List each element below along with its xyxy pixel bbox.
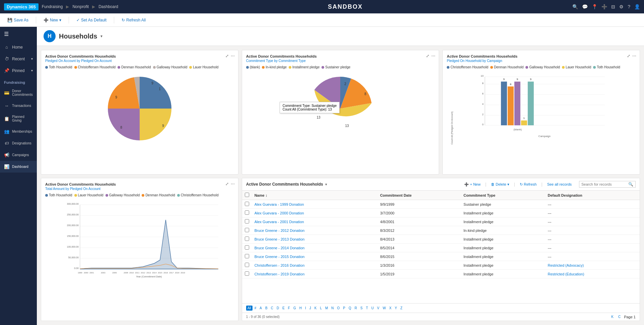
alpha-btn-all[interactable]: All xyxy=(246,306,253,311)
row-name-link[interactable]: Alex Guevara - 1999 Donation xyxy=(255,202,304,206)
th-commitment-type[interactable]: Commitment Type xyxy=(461,191,545,200)
alpha-btn-i[interactable]: I xyxy=(304,306,307,311)
set-as-default-button[interactable]: ✓ Set As Default xyxy=(74,16,109,24)
filter-icon[interactable]: ⊟ xyxy=(611,4,615,9)
bar3-galloway[interactable] xyxy=(514,82,520,126)
settings-icon[interactable]: ⚙ xyxy=(619,4,624,9)
sidebar-item-donor-commitments[interactable]: 💳 Donor Commitments xyxy=(0,86,37,100)
alpha-btn-o[interactable]: O xyxy=(336,306,341,311)
alpha-btn-f[interactable]: F xyxy=(287,306,291,311)
sidebar-item-campaigns[interactable]: 📢 Campaigns xyxy=(0,149,37,161)
sidebar-item-dashboard[interactable]: 📊 Dashboard xyxy=(0,161,37,173)
row-checkbox[interactable] xyxy=(245,245,249,250)
nav-module[interactable]: Fundraising xyxy=(42,4,63,9)
row-name-link[interactable]: Alex Guevara - 2001 Donation xyxy=(255,220,304,224)
row-checkbox[interactable] xyxy=(245,202,249,206)
list-search-input[interactable] xyxy=(581,182,628,186)
row-checkbox[interactable] xyxy=(245,263,249,267)
slice-lauer[interactable] xyxy=(140,109,171,140)
chart2-expand-icon[interactable]: ⤢ xyxy=(426,54,429,58)
user-icon[interactable]: 👤 xyxy=(634,4,640,9)
alpha-btn-q[interactable]: Q xyxy=(347,306,353,311)
th-designation[interactable]: Default Designation xyxy=(545,191,640,200)
row-name-link[interactable]: Alex Guevara - 2000 Donation xyxy=(255,211,304,215)
select-all-checkbox[interactable] xyxy=(245,193,249,197)
hamburger-button[interactable]: ☰ xyxy=(0,27,37,41)
chart4-expand-icon[interactable]: ⤢ xyxy=(225,182,229,186)
row-checkbox[interactable] xyxy=(245,237,249,241)
slice-christoffersen[interactable] xyxy=(108,77,140,109)
alpha-btn-h[interactable]: H xyxy=(298,306,303,311)
list-see-all-button[interactable]: See all records xyxy=(545,181,574,187)
row-name-link[interactable]: Bruce Greene - 2014 Donation xyxy=(255,246,305,250)
chart1-more-icon[interactable]: ⋯ xyxy=(231,54,235,58)
alpha-btn-t[interactable]: T xyxy=(365,306,369,311)
alpha-btn-u[interactable]: U xyxy=(370,306,375,311)
row-checkbox[interactable] xyxy=(245,210,249,215)
save-as-button[interactable]: 💾 Save As xyxy=(5,16,30,24)
alpha-btn-s[interactable]: S xyxy=(359,306,364,311)
chat-icon[interactable]: 💬 xyxy=(582,4,588,9)
row-designation-link[interactable]: Restricted (Education) xyxy=(548,272,584,276)
prev-btn[interactable]: C xyxy=(617,314,622,319)
sidebar-item-planned-giving[interactable]: 📋 Planned Giving xyxy=(0,112,37,126)
slice-toth[interactable] xyxy=(140,77,171,109)
alpha-btn-l[interactable]: L xyxy=(318,306,323,311)
location-icon[interactable]: 📍 xyxy=(592,4,597,9)
chart2-more-icon[interactable]: ⋯ xyxy=(431,54,435,58)
row-checkbox[interactable] xyxy=(245,271,249,276)
row-checkbox[interactable] xyxy=(245,228,249,232)
app-logo[interactable]: Dynamics 365 xyxy=(4,3,39,10)
bar3-denman[interactable] xyxy=(508,86,514,125)
list-refresh-button[interactable]: ↻ Refresh xyxy=(518,181,539,188)
chart4-more-icon[interactable]: ⋯ xyxy=(231,182,235,186)
row-checkbox[interactable] xyxy=(245,219,249,223)
alpha-btn-b[interactable]: B xyxy=(264,306,269,311)
sidebar-item-recent[interactable]: ⏱ Recent ▾ xyxy=(0,53,37,65)
bar3-lauer[interactable] xyxy=(521,121,527,126)
bar3-toth[interactable] xyxy=(528,82,534,126)
alpha-btn-x[interactable]: X xyxy=(388,306,393,311)
add-icon[interactable]: ➕ xyxy=(601,4,607,9)
list-chevron[interactable]: ▾ xyxy=(325,182,327,187)
row-name-link[interactable]: Bruce Greene - 2015 Donation xyxy=(255,255,305,259)
list-delete-button[interactable]: 🗑 Delete ▾ xyxy=(489,181,511,188)
slice-denman[interactable] xyxy=(108,109,140,140)
row-name-link[interactable]: Christoffersen - 2016 Donation xyxy=(255,263,305,267)
alpha-btn-p[interactable]: P xyxy=(342,306,347,311)
alpha-btn-d[interactable]: D xyxy=(275,306,280,311)
chart3-expand-icon[interactable]: ⤢ xyxy=(627,54,630,58)
sidebar-item-transactions[interactable]: ↔ Transactions xyxy=(0,100,37,112)
row-name-link[interactable]: Bruce Greene - 2012 Donation xyxy=(255,229,305,233)
chart3-more-icon[interactable]: ⋯ xyxy=(632,54,636,58)
sidebar-item-pinned[interactable]: 📌 Pinned ▾ xyxy=(0,65,37,76)
alpha-btn-z[interactable]: Z xyxy=(399,306,404,311)
alpha-btn-a[interactable]: A xyxy=(258,306,263,311)
alpha-btn-w[interactable]: W xyxy=(381,306,387,311)
alpha-btn-#[interactable]: # xyxy=(253,306,258,311)
list-new-button[interactable]: ➕ + New xyxy=(462,181,483,188)
page-title-chevron[interactable]: ▾ xyxy=(100,34,102,39)
alpha-btn-m[interactable]: M xyxy=(324,306,329,311)
alpha-btn-c[interactable]: C xyxy=(270,306,275,311)
sidebar-item-designations[interactable]: 🏷 Designations xyxy=(0,137,37,149)
sidebar-item-home[interactable]: ⌂ Home xyxy=(0,41,37,53)
alpha-btn-g[interactable]: G xyxy=(292,306,297,311)
th-name[interactable]: Name ↕ xyxy=(252,191,377,200)
row-name-link[interactable]: Bruce Greene - 2013 Donation xyxy=(255,237,305,241)
prev-page-button[interactable]: K xyxy=(610,314,615,319)
alpha-btn-k[interactable]: K xyxy=(313,306,318,311)
alpha-btn-y[interactable]: Y xyxy=(393,306,399,311)
alpha-btn-e[interactable]: E xyxy=(281,306,286,311)
alpha-btn-j[interactable]: J xyxy=(308,306,312,311)
nav-submodule[interactable]: Nonprofit xyxy=(72,4,89,9)
th-commitment-date[interactable]: Commitment Date xyxy=(377,191,461,200)
search-icon[interactable]: 🔍 xyxy=(572,4,578,9)
alpha-btn-r[interactable]: R xyxy=(353,306,358,311)
help-icon[interactable]: ? xyxy=(628,4,630,9)
alpha-btn-n[interactable]: N xyxy=(330,306,335,311)
bar3-christoffersen[interactable] xyxy=(501,82,507,126)
refresh-all-button[interactable]: ↻ Refresh All xyxy=(120,16,148,24)
row-checkbox[interactable] xyxy=(245,254,249,258)
new-button[interactable]: ➕ New ▾ xyxy=(42,16,63,24)
